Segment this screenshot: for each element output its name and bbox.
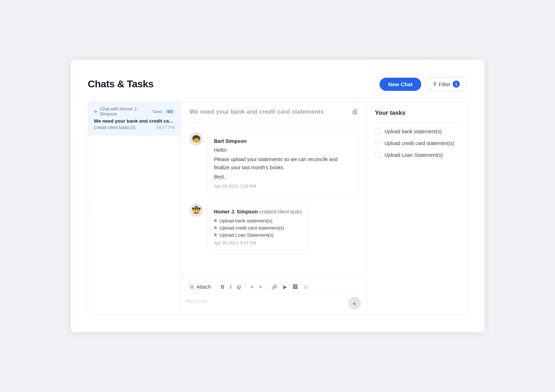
chat-header-title: We need your bank and credit card statem… xyxy=(189,108,324,115)
composer-toolbar: 📎 Attach B I U ≡ ≡ 🔗 ▶ 🖼 ☺ xyxy=(187,283,361,294)
chat-with-label: Chat with Homer J. Simpson xyxy=(100,107,152,117)
main-layout: ‹ ✈ Chat with Homer J. Simpson Tasks: 0/… xyxy=(88,101,467,315)
unordered-list-button[interactable]: ≡ xyxy=(257,283,264,291)
tasks-count-area: Tasks: 0/3 xyxy=(152,109,175,114)
header-row: Chats & Tasks New Chat ⊽ Filter 1 xyxy=(88,77,467,91)
attach-icon: 📎 xyxy=(189,284,195,290)
message-line-3: Best, xyxy=(214,173,351,181)
ordered-list-button[interactable]: ≡ xyxy=(249,283,255,291)
filter-badge: 1 xyxy=(453,81,460,88)
chat-area: We need your bank and credit card statem… xyxy=(181,102,367,315)
chat-item-sub: Create client tasks (3) xyxy=(94,125,136,130)
chat-header: We need your bank and credit card statem… xyxy=(181,102,367,122)
tasks-panel-title: Your tasks xyxy=(375,109,459,122)
new-chat-label: New Chat xyxy=(388,81,412,87)
chat-item-label: ✈ Chat with Homer J. Simpson xyxy=(94,107,152,117)
message-content-bart: Bart Simpson Hello! Please upload your s… xyxy=(207,132,358,195)
task-event-item-3: Upload Loan Statement(s) xyxy=(214,232,302,238)
avatar-bart: 🧒 xyxy=(189,132,203,146)
tasks-panel: Your tasks Upload bank statement(s) Uplo… xyxy=(367,102,467,315)
task-checkbox-2[interactable] xyxy=(375,140,381,146)
chat-messages: 🧒 Bart Simpson Hello! Please upload your… xyxy=(181,122,367,278)
print-icon[interactable]: 🖨 xyxy=(352,108,358,115)
task-event-label-2: Upload credit card statement(s) xyxy=(219,225,284,231)
app-container: Chats & Tasks New Chat ⊽ Filter 1 ‹ ✈ xyxy=(71,60,484,332)
header-actions: New Chat ⊽ Filter 1 xyxy=(380,77,467,91)
task-dot-1 xyxy=(214,219,217,222)
task-event-label-3: Upload Loan Statement(s) xyxy=(219,232,274,238)
task-dot-2 xyxy=(214,226,217,229)
avatar-homer: 🤠 xyxy=(189,203,203,217)
task-action: created client tasks xyxy=(259,209,302,215)
chat-item-title: We need your bank and credit card statem… xyxy=(94,118,175,124)
task-checkbox-1[interactable] xyxy=(375,128,381,134)
page-title: Chats & Tasks xyxy=(88,78,153,90)
task-label-3: Upload Loan Statement(s) xyxy=(385,152,443,158)
new-chat-button[interactable]: New Chat xyxy=(380,78,421,91)
image-button[interactable]: 🖼 xyxy=(291,283,299,291)
underline-button[interactable]: U xyxy=(235,283,243,291)
task-row-2: Upload credit card statement(s) xyxy=(375,140,459,146)
chat-item-bottom: Create client tasks (3) 08:47 PM xyxy=(94,125,175,130)
task-checkbox-3[interactable] xyxy=(375,152,381,158)
task-label-1: Upload bank statement(s) xyxy=(385,129,442,134)
chat-item-top: ✈ Chat with Homer J. Simpson Tasks: 0/3 xyxy=(94,107,175,117)
task-row-3: Upload Loan Statement(s) xyxy=(375,152,459,158)
tasks-badge: 0/3 xyxy=(165,109,175,114)
composer-input-row: ➤ xyxy=(187,297,361,310)
task-creator: Homer J. Simpson xyxy=(214,209,258,215)
bold-button[interactable]: B xyxy=(219,283,226,291)
toolbar-separator-2 xyxy=(245,284,246,290)
chat-list-item[interactable]: ✈ Chat with Homer J. Simpson Tasks: 0/3 … xyxy=(88,102,180,135)
attach-label: Attach xyxy=(197,284,211,290)
toolbar-separator-1 xyxy=(216,284,216,290)
send-button[interactable]: ➤ xyxy=(348,297,361,310)
filter-label: Filter xyxy=(439,81,450,87)
emoji-button[interactable]: ☺ xyxy=(301,283,310,291)
task-created-block: Homer J. Simpson created client tasks Up… xyxy=(207,203,309,251)
message-time-bart: Apr-29-2023, 3:00 PM xyxy=(214,184,351,189)
filter-icon: ⊽ xyxy=(433,81,437,87)
message-input[interactable] xyxy=(187,298,345,308)
task-dot-3 xyxy=(214,233,217,236)
task-event-item-1: Upload bank statement(s) xyxy=(214,218,302,223)
composer: 📎 Attach B I U ≡ ≡ 🔗 ▶ 🖼 ☺ xyxy=(181,278,367,315)
sidebar-collapse-button[interactable]: ‹ xyxy=(88,204,92,212)
message-line-1: Hello! xyxy=(214,146,351,154)
task-row-1: Upload bank statement(s) xyxy=(375,128,459,134)
italic-button[interactable]: I xyxy=(228,283,233,291)
task-label-2: Upload credit card statement(s) xyxy=(385,140,454,146)
chat-airplane-icon: ✈ xyxy=(94,109,98,114)
message-homer-task: 🤠 Homer J. Simpson created client tasks … xyxy=(189,203,358,251)
sidebar: ‹ ✈ Chat with Homer J. Simpson Tasks: 0/… xyxy=(88,102,181,315)
link-button[interactable]: 🔗 xyxy=(270,283,279,291)
send-icon: ➤ xyxy=(351,299,359,308)
video-button[interactable]: ▶ xyxy=(281,283,289,291)
task-event-label-1: Upload bank statement(s) xyxy=(219,218,273,223)
filter-button[interactable]: ⊽ Filter 1 xyxy=(426,77,467,91)
task-created-header: Homer J. Simpson created client tasks xyxy=(214,209,302,215)
attach-button[interactable]: 📎 Attach xyxy=(187,283,213,291)
message-bart: 🧒 Bart Simpson Hello! Please upload your… xyxy=(189,132,358,195)
chat-item-time: 08:47 PM xyxy=(157,125,175,130)
task-event-time: Apr-30-2023, 8:47 PM xyxy=(214,241,302,246)
sender-name-bart: Bart Simpson xyxy=(214,138,351,144)
message-line-2: Please upload your statements so we can … xyxy=(214,155,351,171)
collapse-icon: ‹ xyxy=(88,206,88,211)
task-event-item-2: Upload credit card statement(s) xyxy=(214,225,302,231)
toolbar-separator-3 xyxy=(266,284,267,290)
